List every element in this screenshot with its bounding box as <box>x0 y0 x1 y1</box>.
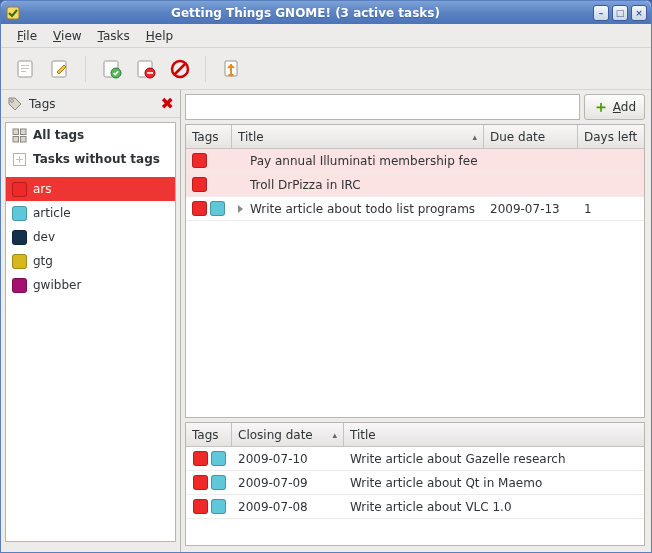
svg-rect-4 <box>21 71 26 72</box>
menu-help[interactable]: Help <box>138 26 181 46</box>
toolbar-separator <box>85 56 87 82</box>
tag-swatch <box>12 182 27 197</box>
closing-date: 2009-07-10 <box>238 452 308 466</box>
mark-done-button[interactable] <box>97 54 127 84</box>
active-tasks-body[interactable]: Pay annual Illuminati membership feeTrol… <box>186 149 644 417</box>
tag-swatch <box>192 201 207 216</box>
tag-row-dev[interactable]: dev <box>6 225 175 249</box>
tag-icon <box>7 96 23 112</box>
task-row[interactable]: Write article about todo list programs20… <box>186 197 644 221</box>
tag-color-button[interactable] <box>217 54 247 84</box>
tag-swatch <box>12 206 27 221</box>
new-task-button[interactable] <box>11 54 41 84</box>
tag-row-ars[interactable]: ars <box>6 177 175 201</box>
col-header-tags[interactable]: Tags <box>186 423 232 446</box>
menubar: File View Tasks Help <box>1 24 651 48</box>
tag-swatch <box>193 451 208 466</box>
closed-tasks-body[interactable]: 2009-07-10Write article about Gazelle re… <box>186 447 644 545</box>
tag-swatch <box>193 499 208 514</box>
app-window: Getting Things GNOME! (3 active tasks) –… <box>0 0 652 553</box>
menu-tasks[interactable]: Tasks <box>90 26 138 46</box>
dismiss-task-button[interactable] <box>131 54 161 84</box>
col-header-due[interactable]: Due date <box>484 125 578 148</box>
titlebar[interactable]: Getting Things GNOME! (3 active tasks) –… <box>1 1 651 24</box>
tag-row-article[interactable]: article <box>6 201 175 225</box>
add-button[interactable]: ＋ Add <box>584 94 645 120</box>
tag-swatch <box>12 254 27 269</box>
toolbar <box>1 48 651 90</box>
svg-rect-17 <box>21 129 27 135</box>
task-row[interactable]: Pay annual Illuminati membership fee <box>186 149 644 173</box>
closed-task-row[interactable]: 2009-07-09Write article about Qt in Maem… <box>186 471 644 495</box>
search-row: ＋ Add <box>185 94 645 120</box>
task-due: 2009-07-13 <box>490 202 560 216</box>
delete-task-button[interactable] <box>165 54 195 84</box>
task-title: Write article about todo list programs <box>250 202 475 216</box>
tag-swatch <box>192 177 207 192</box>
plus-icon: ＋ <box>593 99 609 115</box>
closing-date: 2009-07-08 <box>238 500 308 514</box>
no-tags-icon <box>12 152 27 167</box>
all-tags-label: All tags <box>33 128 84 142</box>
tag-swatch <box>192 153 207 168</box>
tag-row-gtg[interactable]: gtg <box>6 249 175 273</box>
svg-rect-19 <box>21 136 27 142</box>
search-input[interactable] <box>185 94 580 120</box>
tag-label: gtg <box>33 254 53 268</box>
svg-rect-18 <box>13 136 19 142</box>
col-header-closing[interactable]: Closing date▴ <box>232 423 344 446</box>
all-tags-row[interactable]: All tags <box>6 123 175 147</box>
tag-label: ars <box>33 182 52 196</box>
tag-swatch <box>211 451 226 466</box>
tag-swatch <box>211 499 226 514</box>
active-tasks-pane: Tags Title▴ Due date Days left Pay annua… <box>185 124 645 418</box>
edit-task-button[interactable] <box>45 54 75 84</box>
svg-rect-0 <box>7 7 19 19</box>
sidebar-title: Tags <box>29 97 155 111</box>
closed-task-title: Write article about Gazelle research <box>350 452 566 466</box>
closed-tasks-pane: Tags Closing date▴ Title 2009-07-10Write… <box>185 422 645 546</box>
tag-swatch <box>12 278 27 293</box>
svg-point-15 <box>11 99 14 102</box>
closed-task-row[interactable]: 2009-07-10Write article about Gazelle re… <box>186 447 644 471</box>
col-header-tags[interactable]: Tags <box>186 125 232 148</box>
window-title: Getting Things GNOME! (3 active tasks) <box>21 6 590 20</box>
svg-rect-16 <box>13 129 19 135</box>
col-header-days[interactable]: Days left <box>578 125 644 148</box>
svg-rect-2 <box>21 65 29 66</box>
tag-label: article <box>33 206 71 220</box>
close-button[interactable]: × <box>631 5 647 21</box>
close-sidebar-button[interactable]: ✖ <box>161 94 174 113</box>
col-header-title[interactable]: Title▴ <box>232 125 484 148</box>
col-header-title[interactable]: Title <box>344 423 644 446</box>
svg-point-14 <box>228 73 234 75</box>
closed-task-title: Write article about Qt in Maemo <box>350 476 542 490</box>
closing-date: 2009-07-09 <box>238 476 308 490</box>
menu-view[interactable]: View <box>45 26 89 46</box>
tag-swatch <box>210 201 225 216</box>
app-icon <box>5 5 21 21</box>
menu-file[interactable]: File <box>9 26 45 46</box>
maximize-button[interactable]: □ <box>612 5 628 21</box>
svg-line-12 <box>175 64 185 74</box>
task-row[interactable]: Troll DrPizza in IRC <box>186 173 644 197</box>
task-title: Pay annual Illuminati membership fee <box>250 154 478 168</box>
svg-rect-10 <box>147 72 153 74</box>
closed-task-title: Write article about VLC 1.0 <box>350 500 512 514</box>
tag-label: dev <box>33 230 55 244</box>
tag-label: gwibber <box>33 278 81 292</box>
sidebar-header: Tags ✖ <box>1 90 180 118</box>
all-tags-icon <box>12 128 27 143</box>
tag-swatch <box>12 230 27 245</box>
minimize-button[interactable]: – <box>593 5 609 21</box>
closed-task-row[interactable]: 2009-07-08Write article about VLC 1.0 <box>186 495 644 519</box>
tag-row-gwibber[interactable]: gwibber <box>6 273 175 297</box>
tag-swatch <box>193 475 208 490</box>
tag-list[interactable]: All tags Tasks without tags arsarticlede… <box>5 122 176 542</box>
tag-swatch <box>211 475 226 490</box>
sidebar: Tags ✖ All tags Tasks without tags <box>1 90 181 552</box>
expand-icon[interactable] <box>238 205 243 213</box>
sort-asc-icon: ▴ <box>332 430 337 440</box>
main-area: ＋ Add Tags Title▴ Due date Days left Pay… <box>181 90 651 552</box>
no-tags-row[interactable]: Tasks without tags <box>6 147 175 171</box>
